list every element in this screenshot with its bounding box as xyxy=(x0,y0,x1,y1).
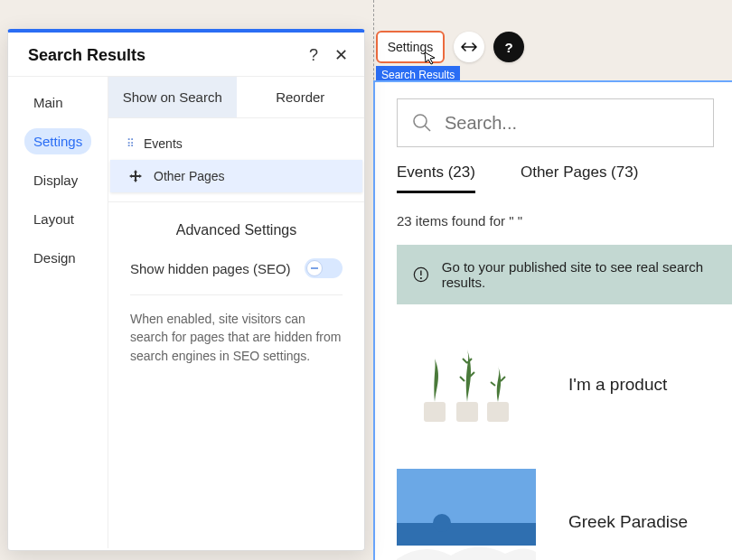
tab-other-pages[interactable]: Other Pages (73) xyxy=(521,163,638,193)
search-icon xyxy=(412,113,432,133)
sidebar-item-design[interactable]: Design xyxy=(24,245,85,271)
settings-button[interactable]: Settings xyxy=(376,31,445,63)
sidebar-item-layout[interactable]: Layout xyxy=(24,206,83,232)
seo-toggle[interactable] xyxy=(305,258,343,278)
info-alert-text: Go to your published site to see real se… xyxy=(442,259,716,290)
search-results-preview: Events (23) Other Pages (73) 23 items fo… xyxy=(373,80,732,560)
popover-title: Search Results xyxy=(28,46,145,65)
results-count: 23 items found for " " xyxy=(397,213,732,229)
list-item-label: Events xyxy=(144,136,183,151)
close-icon[interactable]: ✕ xyxy=(334,45,348,65)
list-item-events[interactable]: ⠿ Events xyxy=(108,127,364,160)
settings-sidebar: Main Settings Display Layout Design xyxy=(8,77,108,548)
svg-rect-8 xyxy=(487,402,509,422)
list-item-label: Other Pages xyxy=(154,169,225,183)
result-thumb xyxy=(397,469,536,560)
drag-handle-icon[interactable]: ⠿ xyxy=(127,137,133,150)
settings-popover: Search Results ? ✕ Main Settings Display… xyxy=(7,29,365,551)
content-type-list: ⠿ Events Other Pages xyxy=(108,117,364,202)
result-title: Greek Paradise xyxy=(568,512,688,532)
question-icon: ? xyxy=(504,40,512,55)
arrows-horizontal-icon xyxy=(461,42,477,52)
svg-line-1 xyxy=(425,126,430,131)
move-icon[interactable] xyxy=(128,169,143,183)
search-input-container[interactable] xyxy=(397,98,714,147)
svg-point-4 xyxy=(420,277,422,279)
tab-events[interactable]: Events (23) xyxy=(397,163,475,193)
tab-show-on-search[interactable]: Show on Search xyxy=(108,77,237,117)
help-icon[interactable]: ? xyxy=(309,46,318,65)
stretch-button[interactable] xyxy=(454,32,484,62)
svg-point-12 xyxy=(433,514,451,532)
search-input[interactable] xyxy=(445,113,699,134)
svg-rect-9 xyxy=(397,469,536,523)
tab-reorder[interactable]: Reorder xyxy=(237,77,365,117)
svg-point-0 xyxy=(414,115,427,127)
cursor-icon xyxy=(423,51,437,65)
seo-description: When enabled, site visitors can search f… xyxy=(108,310,364,365)
info-alert: Go to your published site to see real se… xyxy=(397,245,732,304)
result-item[interactable]: I'm a product xyxy=(397,331,732,438)
sidebar-item-main[interactable]: Main xyxy=(24,89,72,116)
result-item[interactable]: Greek Paradise xyxy=(397,469,732,560)
tab-other-pages-label: Other Pages (73) xyxy=(521,163,638,181)
list-item-other-pages[interactable]: Other Pages xyxy=(110,160,362,192)
info-icon xyxy=(413,266,429,284)
help-button[interactable]: ? xyxy=(493,32,524,62)
sidebar-item-display[interactable]: Display xyxy=(24,167,87,193)
result-title: I'm a product xyxy=(568,375,667,395)
result-thumb xyxy=(397,331,536,438)
tab-events-label: Events (23) xyxy=(397,163,475,181)
svg-rect-6 xyxy=(424,402,446,422)
advanced-settings-header: Advanced Settings xyxy=(108,202,364,253)
svg-rect-7 xyxy=(456,402,478,422)
sidebar-item-settings[interactable]: Settings xyxy=(24,128,91,154)
seo-toggle-label: Show hidden pages (SEO) xyxy=(130,261,291,276)
